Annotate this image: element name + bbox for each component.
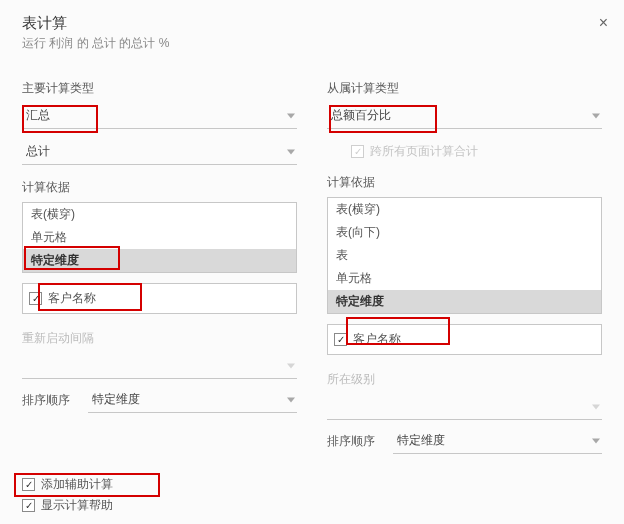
secondary-compute-using-label: 计算依据 <box>327 174 602 191</box>
list-item[interactable]: 单元格 <box>328 267 601 290</box>
list-item[interactable]: 特定维度 <box>328 290 601 313</box>
sort-order-label: 排序顺序 <box>22 392 78 409</box>
add-secondary-calc-row[interactable]: ✓ 添加辅助计算 <box>22 474 113 495</box>
checkbox-icon: ✓ <box>29 292 42 305</box>
checkbox-icon: ✓ <box>351 145 364 158</box>
show-calc-help-row[interactable]: ✓ 显示计算帮助 <box>22 495 113 516</box>
dimension-item[interactable]: ✓ 客户名称 <box>328 327 601 352</box>
checkbox-icon: ✓ <box>334 333 347 346</box>
checkbox-icon: ✓ <box>22 499 35 512</box>
show-calc-help-label: 显示计算帮助 <box>41 497 113 514</box>
sort-order-label: 排序顺序 <box>327 433 383 450</box>
primary-sort-dropdown[interactable]: 特定维度 <box>88 387 297 413</box>
chevron-down-icon <box>592 113 600 118</box>
primary-agg-dropdown[interactable]: 总计 <box>22 139 297 165</box>
chevron-down-icon <box>592 438 600 443</box>
primary-calc-type-label: 主要计算类型 <box>22 80 297 97</box>
chevron-down-icon <box>592 404 600 409</box>
primary-compute-using-list[interactable]: 表(横穿) 单元格 特定维度 <box>22 202 297 273</box>
secondary-calc-type-label: 从属计算类型 <box>327 80 602 97</box>
primary-agg-value: 总计 <box>26 143 50 160</box>
list-item[interactable]: 特定维度 <box>23 249 296 272</box>
secondary-sort-value: 特定维度 <box>397 432 445 449</box>
dialog-title: 表计算 <box>22 14 602 33</box>
at-level-label: 所在级别 <box>327 371 602 388</box>
chevron-down-icon <box>287 149 295 154</box>
close-icon[interactable]: × <box>599 14 608 32</box>
at-level-dropdown <box>327 394 602 420</box>
chevron-down-icon <box>287 397 295 402</box>
all-pages-label: 跨所有页面计算合计 <box>370 143 478 160</box>
list-item[interactable]: 单元格 <box>23 226 296 249</box>
list-item[interactable]: 表(横穿) <box>328 198 601 221</box>
dimension-label: 客户名称 <box>353 331 401 348</box>
secondary-compute-using-list[interactable]: 表(横穿) 表(向下) 表 单元格 特定维度 <box>327 197 602 314</box>
list-item[interactable]: 表(向下) <box>328 221 601 244</box>
primary-type-dropdown[interactable]: 汇总 <box>22 103 297 129</box>
primary-sort-value: 特定维度 <box>92 391 140 408</box>
list-item[interactable]: 表 <box>328 244 601 267</box>
dialog-subtitle: 运行 利润 的 总计 的总计 % <box>22 35 602 52</box>
chevron-down-icon <box>287 113 295 118</box>
dimension-item[interactable]: ✓ 客户名称 <box>23 286 296 311</box>
secondary-type-dropdown[interactable]: 总额百分比 <box>327 103 602 129</box>
restart-every-label: 重新启动间隔 <box>22 330 297 347</box>
checkbox-icon: ✓ <box>22 478 35 491</box>
secondary-sort-dropdown[interactable]: 特定维度 <box>393 428 602 454</box>
list-item[interactable]: 表(横穿) <box>23 203 296 226</box>
chevron-down-icon <box>287 363 295 368</box>
primary-type-value: 汇总 <box>26 107 50 124</box>
secondary-dimension-list[interactable]: ✓ 客户名称 <box>327 324 602 355</box>
all-pages-row: ✓ 跨所有页面计算合计 <box>327 139 602 164</box>
secondary-type-value: 总额百分比 <box>331 107 391 124</box>
primary-dimension-list[interactable]: ✓ 客户名称 <box>22 283 297 314</box>
restart-every-dropdown <box>22 353 297 379</box>
add-secondary-calc-label: 添加辅助计算 <box>41 476 113 493</box>
dimension-label: 客户名称 <box>48 290 96 307</box>
primary-compute-using-label: 计算依据 <box>22 179 297 196</box>
